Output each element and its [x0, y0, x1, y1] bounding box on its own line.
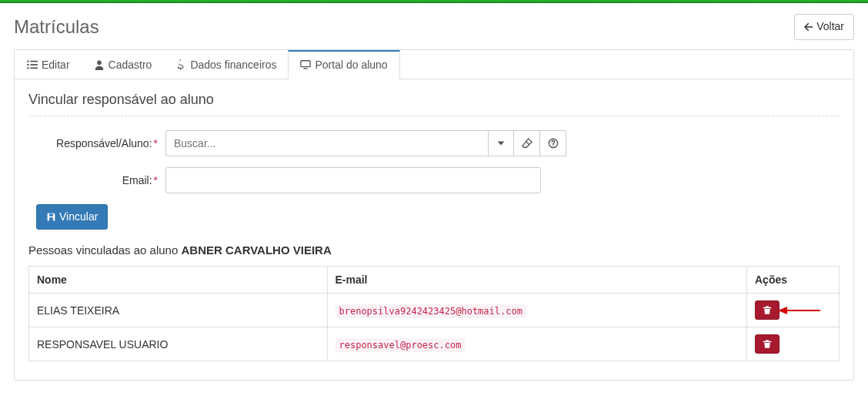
list-icon: [27, 59, 38, 70]
trash-icon: [763, 339, 772, 349]
annotation-arrow: [778, 304, 820, 317]
required-asterisk: *: [154, 174, 158, 186]
tab-finance[interactable]: Dados financeiros: [163, 50, 289, 79]
linked-student-name: ABNER CARVALHO VIEIRA: [181, 243, 331, 257]
row-name: ELIAS TEIXEIRA: [29, 294, 328, 327]
svg-rect-3: [30, 64, 38, 65]
row-actions: [747, 327, 840, 361]
table-row: ELIAS TEIXEIRA brenopsilva9242423425@hot…: [29, 294, 840, 327]
responsible-label-text: Responsável/Aluno:: [56, 137, 152, 149]
email-row: Email:*: [28, 167, 840, 193]
back-button-label: Voltar: [816, 19, 844, 35]
main-panel: Editar Cadastro Dados financeiros Portal…: [14, 49, 854, 381]
row-name: RESPONSAVEL USUARIO: [29, 327, 328, 361]
linked-heading-prefix: Pessoas vinculadas ao aluno: [28, 243, 181, 257]
email-code: responsavel@proesc.com: [336, 338, 466, 352]
email-label-text: Email:: [122, 174, 152, 186]
section-divider: [28, 116, 840, 116]
tab-register-label: Cadastro: [108, 59, 152, 71]
svg-rect-1: [30, 61, 38, 62]
dollar-icon: [175, 59, 186, 70]
tab-body: Vincular responsável ao aluno Responsáve…: [15, 79, 853, 381]
link-button[interactable]: Vincular: [36, 204, 108, 230]
responsible-row: Responsável/Aluno:*: [28, 130, 840, 156]
row-actions: [747, 294, 840, 327]
svg-rect-2: [27, 64, 29, 65]
svg-rect-5: [30, 68, 38, 69]
email-input-wrap: [165, 167, 541, 193]
email-field[interactable]: [165, 167, 541, 193]
email-code: brenopsilva9242423425@hotmail.com: [336, 304, 526, 318]
page-container: Matrículas Voltar Editar Cadastro: [0, 3, 868, 396]
svg-marker-12: [778, 307, 787, 314]
tab-finance-label: Dados financeiros: [190, 59, 276, 71]
responsible-clear-button[interactable]: [514, 130, 540, 156]
eraser-icon: [522, 138, 532, 149]
link-button-label: Vincular: [59, 210, 98, 225]
svg-rect-4: [27, 68, 29, 69]
delete-button[interactable]: [755, 334, 780, 354]
col-actions: Ações: [747, 267, 840, 294]
delete-button[interactable]: [755, 300, 780, 320]
required-asterisk: *: [154, 137, 158, 149]
row-email: responsavel@proesc.com: [327, 327, 747, 361]
responsible-combo: [165, 130, 566, 156]
arrow-left-icon: [804, 22, 813, 32]
page-title: Matrículas: [14, 16, 794, 38]
tab-edit[interactable]: Editar: [15, 50, 82, 79]
link-button-row: Vincular: [36, 204, 840, 230]
section-title: Vincular responsável ao aluno: [28, 92, 840, 108]
svg-point-6: [97, 61, 102, 65]
back-button[interactable]: Voltar: [794, 14, 854, 40]
responsible-label: Responsável/Aluno:*: [28, 137, 165, 149]
responsible-search-input[interactable]: [165, 130, 489, 156]
help-icon: [548, 138, 559, 149]
tab-register[interactable]: Cadastro: [82, 50, 165, 79]
row-email: brenopsilva9242423425@hotmail.com: [327, 294, 747, 327]
user-icon: [94, 59, 105, 70]
trash-icon: [763, 305, 772, 315]
responsible-help-button[interactable]: [540, 130, 566, 156]
col-email: E-mail: [327, 267, 747, 294]
monitor-icon: [300, 59, 311, 70]
page-header: Matrículas Voltar: [14, 14, 854, 40]
save-icon: [46, 212, 56, 222]
svg-point-10: [553, 145, 553, 146]
table-row: RESPONSAVEL USUARIO responsavel@proesc.c…: [29, 327, 840, 361]
chevron-down-icon: [497, 139, 505, 147]
responsible-dropdown-toggle[interactable]: [488, 130, 514, 156]
email-label: Email:*: [28, 174, 165, 186]
tab-edit-label: Editar: [42, 59, 70, 71]
linked-table: Nome E-mail Ações ELIAS TEIXEIRA brenops…: [28, 266, 840, 361]
tab-portal[interactable]: Portal do aluno: [288, 50, 399, 79]
svg-rect-7: [301, 60, 310, 66]
svg-rect-0: [27, 61, 29, 62]
linked-heading: Pessoas vinculadas ao aluno ABNER CARVAL…: [28, 243, 840, 257]
col-name: Nome: [29, 267, 328, 294]
tab-portal-label: Portal do aluno: [315, 59, 387, 71]
svg-rect-8: [304, 68, 308, 69]
tabs: Editar Cadastro Dados financeiros Portal…: [15, 50, 853, 79]
